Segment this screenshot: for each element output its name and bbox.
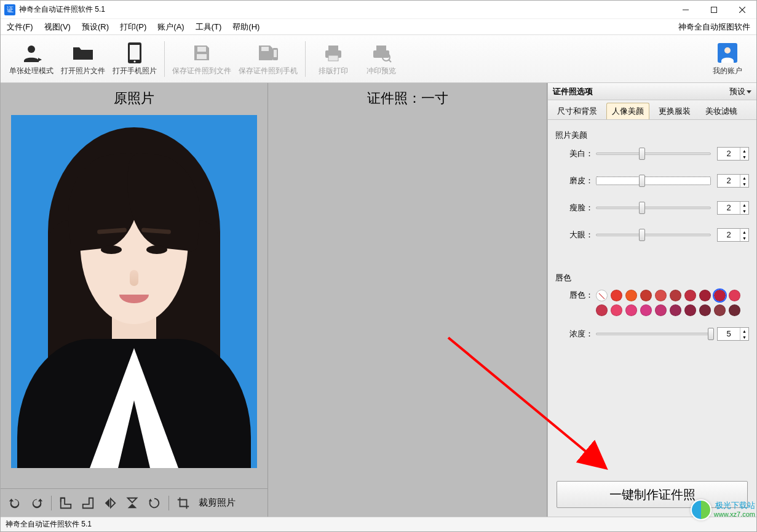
redo-button[interactable]: [29, 495, 45, 511]
lip-color-swatch[interactable]: [596, 290, 608, 301]
eye-spin[interactable]: 2▲▼: [717, 228, 749, 242]
whiten-label: 美白：: [566, 148, 596, 159]
lip-color-swatch[interactable]: [640, 304, 652, 316]
mode-button[interactable]: 单张处理模式: [6, 38, 57, 80]
svg-point-4: [28, 46, 35, 53]
tab-size-bg[interactable]: 尺寸和背景: [552, 103, 603, 119]
open-file-label: 打开照片文件: [61, 66, 105, 76]
photo-tools: 裁剪照片: [1, 488, 268, 517]
tab-makeup[interactable]: 美妆滤镜: [700, 103, 743, 119]
lip-color-swatch[interactable]: [699, 290, 711, 301]
smooth-spin[interactable]: 2▲▼: [717, 174, 749, 188]
lip-color-swatch[interactable]: [729, 290, 740, 301]
menu-file[interactable]: 文件(F): [7, 22, 33, 33]
lip-color-swatch[interactable]: [714, 304, 726, 316]
whiten-spin[interactable]: 2▲▼: [717, 147, 749, 161]
svg-rect-13: [274, 50, 277, 57]
svg-marker-28: [128, 503, 137, 507]
lip-color-swatch[interactable]: [699, 304, 711, 316]
menu-preset[interactable]: 预设(R): [82, 22, 109, 33]
main-area: 原照片: [1, 83, 756, 517]
lip-color-swatch[interactable]: [714, 290, 726, 301]
rotate-tl-button[interactable]: [58, 495, 74, 511]
lip-color-swatch[interactable]: [729, 304, 740, 316]
rotate-button[interactable]: [146, 495, 162, 511]
open-file-button[interactable]: 打开照片文件: [57, 38, 109, 80]
save-phone-button[interactable]: 保存证件照到手机: [235, 38, 301, 80]
make-photo-button[interactable]: 一键制作证件照: [557, 481, 748, 508]
lip-color-swatch[interactable]: [670, 304, 681, 316]
titlebar: 证 神奇全自动证件照软件 5.1: [1, 1, 756, 19]
flip-v-button[interactable]: [124, 495, 140, 511]
flip-h-button[interactable]: [102, 495, 118, 511]
print-preview-button[interactable]: 冲印预览: [357, 38, 405, 80]
person-icon: [21, 41, 42, 65]
separator: [168, 496, 169, 510]
lip-color-swatch[interactable]: [596, 304, 608, 316]
open-phone-button[interactable]: 打开手机照片: [109, 38, 161, 80]
result-pane: 证件照：一寸: [268, 83, 547, 517]
tab-clothes[interactable]: 更换服装: [653, 103, 696, 119]
menu-account[interactable]: 账户(A): [157, 22, 184, 33]
svg-rect-16: [328, 55, 338, 61]
result-title: 证件照：一寸: [268, 83, 547, 115]
slim-spin[interactable]: 2▲▼: [717, 201, 749, 215]
layout-print-button[interactable]: 排版打印: [309, 38, 357, 80]
layout-print-label: 排版打印: [319, 66, 348, 76]
svg-rect-7: [130, 45, 140, 60]
crop-button[interactable]: [175, 495, 191, 511]
folder-icon: [72, 41, 94, 65]
lip-color-grid: [596, 290, 749, 316]
menu-tools[interactable]: 工具(T): [196, 22, 222, 33]
side-panel: 证件照选项 预设 尺寸和背景 人像美颜 更换服装 美妆滤镜 照片美颜 美白： 2…: [547, 83, 756, 517]
lip-label: 唇色：: [566, 290, 596, 301]
svg-point-22: [724, 47, 731, 54]
density-slider[interactable]: [596, 328, 711, 339]
lip-color-swatch[interactable]: [684, 290, 696, 301]
lip-color-swatch[interactable]: [611, 304, 622, 316]
svg-line-20: [389, 60, 391, 62]
menu-view[interactable]: 视图(V): [44, 22, 71, 33]
close-button[interactable]: [728, 1, 756, 19]
lip-color-swatch[interactable]: [684, 304, 696, 316]
original-pane: 原照片: [1, 83, 268, 517]
separator: [51, 496, 52, 510]
undo-button[interactable]: [7, 495, 23, 511]
lip-color-swatch[interactable]: [625, 304, 637, 316]
menu-print[interactable]: 打印(P): [120, 22, 146, 33]
slim-label: 瘦脸：: [566, 202, 596, 213]
density-label: 浓度：: [566, 328, 596, 339]
lip-color-swatch[interactable]: [655, 290, 667, 301]
maximize-button[interactable]: [700, 1, 728, 19]
minimize-button[interactable]: [672, 1, 700, 19]
save-file-button[interactable]: 保存证件照到文件: [168, 38, 235, 80]
eye-slider[interactable]: [596, 229, 711, 240]
svg-marker-23: [61, 498, 71, 508]
whiten-slider[interactable]: [596, 148, 711, 159]
density-spin[interactable]: 5▲▼: [717, 327, 749, 341]
open-phone-label: 打开手机照片: [113, 66, 157, 76]
tab-beauty[interactable]: 人像美颜: [606, 103, 649, 119]
separator: [164, 41, 165, 77]
save-file-label: 保存证件照到文件: [172, 66, 231, 76]
lip-color-swatch[interactable]: [611, 290, 622, 301]
smooth-slider[interactable]: [596, 175, 711, 186]
window-title: 神奇全自动证件照软件 5.1: [19, 4, 672, 15]
app-icon: 证: [4, 4, 15, 15]
svg-marker-26: [111, 498, 115, 507]
beauty-group-title: 照片美颜: [555, 130, 749, 141]
side-tabs: 尺寸和背景 人像美颜 更换服装 美妆滤镜: [548, 100, 756, 120]
original-photo: [11, 115, 257, 468]
rotate-tr-button[interactable]: [80, 495, 96, 511]
svg-rect-15: [328, 46, 338, 51]
menu-help[interactable]: 帮助(H): [232, 22, 260, 33]
menu-right-link[interactable]: 神奇全自动抠图软件: [678, 22, 750, 33]
preset-dropdown[interactable]: 预设: [729, 86, 751, 97]
lip-color-swatch[interactable]: [640, 290, 652, 301]
lip-color-swatch[interactable]: [625, 290, 637, 301]
account-button[interactable]: 我的账户: [703, 38, 751, 80]
lip-color-swatch[interactable]: [655, 304, 667, 316]
eye-label: 大眼：: [566, 229, 596, 240]
slim-slider[interactable]: [596, 202, 711, 213]
lip-color-swatch[interactable]: [670, 290, 681, 301]
